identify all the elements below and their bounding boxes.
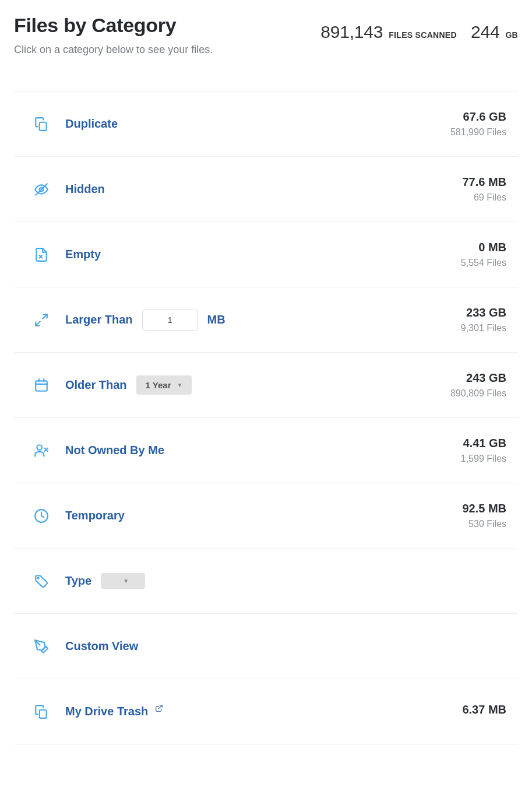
files-scanned-value: 891,143 <box>320 22 383 42</box>
user-x-icon <box>34 443 49 458</box>
category-files-larger-than: 9,301 Files <box>461 323 506 333</box>
total-size-unit: GB <box>505 30 518 40</box>
category-files-not-owned: 1,599 Files <box>461 454 506 464</box>
category-row-custom-view[interactable]: Custom View <box>14 614 518 679</box>
category-label-not-owned: Not Owned By Me <box>65 444 164 457</box>
larger-than-unit: MB <box>207 313 226 326</box>
category-label-custom-view: Custom View <box>65 640 138 653</box>
category-row-larger-than[interactable]: Larger Than MB 233 GB 9,301 Files <box>14 287 518 353</box>
category-files-older-than: 890,809 Files <box>450 388 506 399</box>
hidden-icon <box>34 182 49 197</box>
svg-line-17 <box>158 705 162 708</box>
external-link-icon <box>154 708 163 716</box>
page-subtitle: Click on a category below to see your fi… <box>14 44 213 56</box>
category-size-temporary: 92.5 MB <box>462 502 506 515</box>
tag-icon <box>34 574 49 589</box>
category-size-duplicate: 67.6 GB <box>450 110 506 124</box>
expand-icon <box>34 312 49 328</box>
category-label-my-drive-trash: My Drive Trash <box>65 705 148 718</box>
type-dropdown[interactable]: ▼ <box>101 573 145 589</box>
category-label-hidden: Hidden <box>65 182 105 196</box>
category-row-empty[interactable]: Empty 0 MB 5,554 Files <box>14 222 518 287</box>
total-size-value: 244 <box>471 22 499 42</box>
clock-icon <box>34 508 49 524</box>
category-size-my-drive-trash: 6.37 MB <box>462 703 506 716</box>
category-row-not-owned[interactable]: Not Owned By Me 4.41 GB 1,599 Files <box>14 418 518 483</box>
category-files-hidden: 69 Files <box>462 192 506 203</box>
svg-rect-16 <box>40 709 47 718</box>
calendar-icon <box>34 378 49 393</box>
category-list: Duplicate 67.6 GB 581,990 Files Hidden 7… <box>14 91 518 744</box>
category-files-empty: 5,554 Files <box>461 258 506 268</box>
larger-than-input[interactable] <box>142 310 198 331</box>
category-label-type: Type <box>65 574 91 588</box>
category-row-duplicate[interactable]: Duplicate 67.6 GB 581,990 Files <box>14 92 518 157</box>
duplicate-icon <box>34 117 49 132</box>
page-title: Files by Category <box>14 14 213 37</box>
svg-point-11 <box>37 445 42 450</box>
duplicate-icon <box>34 704 49 719</box>
svg-line-5 <box>43 314 47 319</box>
category-label-empty: Empty <box>65 248 101 261</box>
category-size-not-owned: 4.41 GB <box>461 437 506 450</box>
category-row-type[interactable]: Type ▼ <box>14 549 518 614</box>
header: Files by Category Click on a category be… <box>14 14 518 56</box>
category-size-empty: 0 MB <box>461 241 506 254</box>
category-row-temporary[interactable]: Temporary 92.5 MB 530 Files <box>14 483 518 549</box>
svg-rect-0 <box>40 122 47 130</box>
chevron-down-icon: ▼ <box>123 578 129 584</box>
category-files-temporary: 530 Files <box>462 519 506 529</box>
empty-icon <box>34 247 49 262</box>
category-size-larger-than: 233 GB <box>461 306 506 319</box>
chevron-down-icon: ▼ <box>177 382 183 388</box>
category-files-duplicate: 581,990 Files <box>450 127 506 138</box>
category-row-hidden[interactable]: Hidden 77.6 MB 69 Files <box>14 157 518 222</box>
files-scanned-label: FILES SCANNED <box>389 30 457 40</box>
svg-rect-7 <box>36 381 47 391</box>
older-than-selected: 1 Year <box>146 380 171 390</box>
category-row-my-drive-trash[interactable]: My Drive Trash 6.37 MB <box>14 679 518 744</box>
category-label-larger-than: Larger Than <box>65 313 133 326</box>
category-label-temporary: Temporary <box>65 509 125 522</box>
category-label-older-than: Older Than <box>65 378 127 392</box>
stats: 891,143 FILES SCANNED 244 GB <box>320 14 518 42</box>
svg-line-6 <box>36 321 40 326</box>
pen-icon <box>34 639 49 654</box>
svg-point-15 <box>38 577 39 578</box>
category-row-older-than[interactable]: Older Than 1 Year ▼ 243 GB 890,809 Files <box>14 353 518 418</box>
older-than-dropdown[interactable]: 1 Year ▼ <box>136 375 192 395</box>
category-label-duplicate: Duplicate <box>65 117 118 131</box>
category-size-older-than: 243 GB <box>450 371 506 385</box>
category-size-hidden: 77.6 MB <box>462 175 506 189</box>
